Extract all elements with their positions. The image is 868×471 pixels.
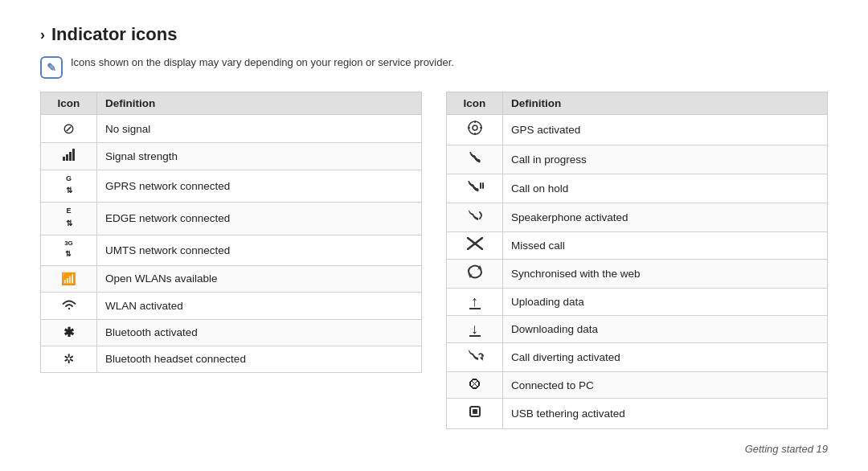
svg-rect-7 (482, 182, 484, 189)
table-row: Call in progress (447, 145, 828, 174)
table-row: Synchronised with the web (447, 260, 828, 289)
table-row: ⭙ Connected to PC (447, 372, 828, 399)
definition-cell: UMTS network connected (97, 235, 422, 265)
table-row: ↓ Downloading data (447, 316, 828, 343)
gprs-icon: G⇅ (41, 170, 97, 203)
definition-cell: Call on hold (503, 174, 828, 203)
definition-cell: Call in progress (503, 145, 828, 174)
signal-strength-icon (41, 143, 97, 170)
definition-cell: Call diverting activated (503, 343, 828, 372)
left-icon-header: Icon (41, 92, 97, 115)
definition-cell: No signal (97, 115, 422, 143)
note-text: Icons shown on the display may vary depe… (71, 55, 454, 71)
right-table-container: Icon Definition GPS activated Call in pr… (446, 92, 828, 436)
content-area: Icon Definition ⊘ No signal Signal stren… (40, 92, 828, 436)
sync-icon (447, 260, 503, 289)
page-title: Indicator icons (51, 24, 177, 45)
umts-icon: 3G⇅ (41, 235, 97, 265)
definition-cell: Synchronised with the web (503, 260, 828, 289)
table-row: Speakerphone activated (447, 203, 828, 232)
open-wlan-icon: 📶 (41, 265, 97, 292)
definition-cell: GPRS network connected (97, 170, 422, 203)
definition-cell: Uploading data (503, 289, 828, 316)
right-table: Icon Definition GPS activated Call in pr… (446, 92, 828, 429)
no-signal-icon: ⊘ (41, 115, 97, 143)
bluetooth-icon: ✱ (41, 319, 97, 346)
definition-cell: EDGE network connected (97, 203, 422, 235)
table-row: ↑ Uploading data (447, 289, 828, 316)
svg-rect-6 (480, 182, 481, 189)
bluetooth-headset-icon: ✲ (41, 346, 97, 372)
table-row: E⇅ EDGE network connected (41, 203, 422, 235)
table-row: G⇅ GPRS network connected (41, 170, 422, 203)
call-hold-icon (447, 174, 503, 203)
definition-cell: Downloading data (503, 316, 828, 343)
definition-cell: Open WLANs available (97, 265, 422, 292)
section-header: › Indicator icons (40, 24, 828, 45)
right-def-header: Definition (503, 92, 828, 115)
table-row: Call diverting activated (447, 343, 828, 372)
definition-cell: Bluetooth headset connected (97, 346, 422, 372)
table-row: Missed call (447, 232, 828, 260)
table-row: ✲ Bluetooth headset connected (41, 346, 422, 372)
table-row: 3G⇅ UMTS network connected (41, 235, 422, 265)
right-icon-header: Icon (447, 92, 503, 115)
footer-text: Getting started 19 (745, 443, 828, 455)
table-row: ✱ Bluetooth activated (41, 319, 422, 346)
page: › Indicator icons ✎ Icons shown on the d… (0, 0, 868, 471)
definition-cell: USB tethering activated (503, 399, 828, 429)
definition-cell: Connected to PC (503, 372, 828, 399)
left-table-container: Icon Definition ⊘ No signal Signal stren… (40, 92, 422, 436)
speakerphone-icon (447, 203, 503, 232)
table-row: Signal strength (41, 143, 422, 170)
page-footer: Getting started 19 (40, 436, 828, 455)
chevron-icon: › (40, 27, 45, 43)
table-row: USB tethering activated (447, 399, 828, 429)
left-def-header: Definition (97, 92, 422, 115)
wlan-activated-icon (41, 292, 97, 319)
call-progress-icon (447, 145, 503, 174)
left-table: Icon Definition ⊘ No signal Signal stren… (40, 92, 422, 373)
table-row: Call on hold (447, 174, 828, 203)
definition-cell: WLAN activated (97, 292, 422, 319)
note-icon: ✎ (40, 56, 63, 79)
usb-icon: ⭙ (447, 372, 503, 399)
edge-icon: E⇅ (41, 203, 97, 235)
svg-point-0 (469, 121, 481, 134)
svg-point-1 (473, 125, 477, 130)
definition-cell: Missed call (503, 232, 828, 260)
definition-cell: GPS activated (503, 115, 828, 145)
table-row: WLAN activated (41, 292, 422, 319)
gps-icon (447, 115, 503, 145)
call-divert-icon (447, 343, 503, 372)
svg-rect-11 (473, 409, 477, 414)
table-row: 📶 Open WLANs available (41, 265, 422, 292)
download-icon: ↓ (447, 316, 503, 343)
definition-cell: Signal strength (97, 143, 422, 170)
usb-tether-icon (447, 399, 503, 429)
table-row: GPS activated (447, 115, 828, 145)
table-row: ⊘ No signal (41, 115, 422, 143)
definition-cell: Speakerphone activated (503, 203, 828, 232)
definition-cell: Bluetooth activated (97, 319, 422, 346)
missed-call-icon (447, 232, 503, 260)
upload-icon: ↑ (447, 289, 503, 316)
note-box: ✎ Icons shown on the display may vary de… (40, 55, 828, 79)
